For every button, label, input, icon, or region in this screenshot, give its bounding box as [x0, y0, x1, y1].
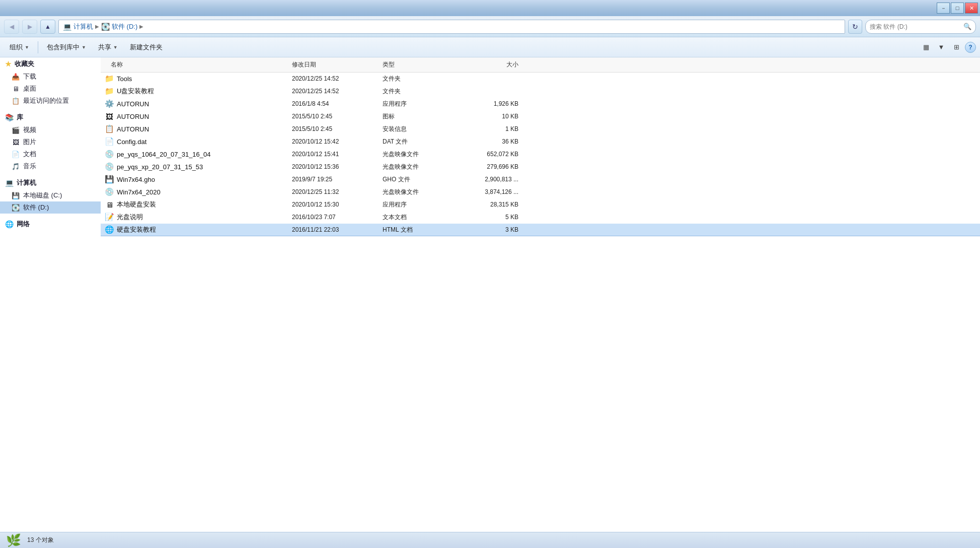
- file-name-text: Win7x64.gho: [117, 176, 155, 183]
- table-row[interactable]: 📁 U盘安装教程 2020/12/25 14:52 文件夹: [101, 85, 980, 98]
- computer-label: 计算机: [17, 178, 36, 187]
- downloads-label: 下载: [23, 72, 36, 81]
- file-type-icon: 📁: [105, 74, 114, 83]
- search-box[interactable]: 🔍: [865, 20, 976, 34]
- file-type-icon: 🌐: [105, 225, 114, 234]
- new-folder-button[interactable]: 新建文件夹: [124, 40, 168, 55]
- music-icon: 🎵: [11, 162, 20, 171]
- up-button[interactable]: ▲: [40, 20, 55, 34]
- toolbar-separator-1: [38, 41, 38, 53]
- sidebar-item-downloads[interactable]: 📥 下载: [0, 71, 101, 83]
- file-type-cell: 应用程序: [383, 100, 463, 108]
- path-drive[interactable]: 软件 (D:): [112, 22, 137, 31]
- file-name-text: pe_yqs_xp_20_07_31_15_53: [117, 163, 203, 171]
- file-name-cell: 💿 pe_yqs_1064_20_07_31_16_04: [101, 150, 292, 159]
- close-button[interactable]: ✕: [965, 3, 978, 14]
- sidebar-item-recent[interactable]: 📋 最近访问的位置: [0, 95, 101, 107]
- file-size-cell: 5 KB: [463, 214, 529, 221]
- view-button[interactable]: ▦: [920, 41, 933, 54]
- file-date-cell: 2020/10/12 15:41: [292, 151, 383, 158]
- help-button[interactable]: ?: [965, 42, 976, 53]
- include-arrow-icon: ▼: [82, 45, 86, 50]
- file-type-icon: 💿: [105, 162, 114, 171]
- file-date-cell: 2015/5/10 2:45: [292, 113, 383, 120]
- address-path[interactable]: 💻 计算机 ▶ 💽 软件 (D:) ▶: [58, 20, 845, 34]
- search-input[interactable]: [870, 23, 961, 30]
- table-row[interactable]: 💾 Win7x64.gho 2019/9/7 19:25 GHO 文件 2,90…: [101, 173, 980, 186]
- file-type-cell: 光盘映像文件: [383, 188, 463, 196]
- file-size-cell: 1 KB: [463, 125, 529, 132]
- table-row[interactable]: 📋 AUTORUN 2015/5/10 2:45 安装信息 1 KB: [101, 123, 980, 135]
- file-type-icon: 📄: [105, 137, 114, 146]
- file-name-cell: 🌐 硬盘安装教程: [101, 225, 292, 234]
- table-row[interactable]: 📁 Tools 2020/12/25 14:52 文件夹: [101, 73, 980, 85]
- table-row[interactable]: 💿 pe_yqs_1064_20_07_31_16_04 2020/10/12 …: [101, 148, 980, 161]
- drive-c-icon: 💾: [11, 191, 20, 200]
- path-computer[interactable]: 计算机: [73, 22, 93, 31]
- table-row[interactable]: ⚙️ AUTORUN 2016/1/8 4:54 应用程序 1,926 KB: [101, 98, 980, 110]
- recent-icon: 📋: [11, 96, 20, 105]
- file-area: 名称 修改日期 类型 大小 📁 Tools 2020/12/25 14:52 文…: [101, 57, 980, 532]
- file-name-text: 本地硬盘安装: [117, 200, 156, 209]
- library-label: 库: [17, 113, 23, 122]
- include-library-button[interactable]: 包含到库中 ▼: [41, 40, 92, 55]
- col-name-header[interactable]: 名称: [101, 60, 292, 69]
- favorites-label: 收藏夹: [15, 59, 34, 68]
- toolbar: 组织 ▼ 包含到库中 ▼ 共享 ▼ 新建文件夹 ▦ ▼ ⊞ ?: [0, 37, 980, 57]
- table-row[interactable]: 📄 Config.dat 2020/10/12 15:42 DAT 文件 36 …: [101, 135, 980, 148]
- file-type-cell: 文本文档: [383, 213, 463, 222]
- table-row[interactable]: 🖥 本地硬盘安装 2020/10/12 15:30 应用程序 28,315 KB: [101, 198, 980, 211]
- file-type-cell: DAT 文件: [383, 138, 463, 146]
- file-size-cell: 3 KB: [463, 226, 529, 233]
- organize-button[interactable]: 组织 ▼: [4, 40, 35, 55]
- share-button[interactable]: 共享 ▼: [93, 40, 123, 55]
- documents-label: 文档: [23, 150, 36, 159]
- forward-button[interactable]: ▶: [22, 20, 37, 34]
- pictures-label: 图片: [23, 138, 36, 147]
- maximize-button[interactable]: □: [951, 3, 964, 14]
- sidebar-library-header: 📚 库: [0, 111, 101, 124]
- table-row[interactable]: 💿 pe_yqs_xp_20_07_31_15_53 2020/10/12 15…: [101, 161, 980, 173]
- minimize-button[interactable]: －: [937, 3, 950, 14]
- file-type-cell: 应用程序: [383, 200, 463, 209]
- table-row[interactable]: 🌐 硬盘安装教程 2016/11/21 22:03 HTML 文档 3 KB: [101, 224, 980, 236]
- file-type-icon: 💾: [105, 175, 114, 184]
- file-type-icon: 📁: [105, 87, 114, 96]
- back-button[interactable]: ◀: [4, 20, 19, 34]
- sidebar-item-desktop[interactable]: 🖥 桌面: [0, 83, 101, 95]
- view-dropdown-button[interactable]: ▼: [935, 41, 948, 54]
- table-row[interactable]: 🖼 AUTORUN 2015/5/10 2:45 图标 10 KB: [101, 110, 980, 123]
- file-name-text: U盘安装教程: [117, 87, 154, 96]
- file-name-cell: 📄 Config.dat: [101, 137, 292, 146]
- col-size-header[interactable]: 大小: [463, 60, 529, 69]
- file-type-cell: 文件夹: [383, 87, 463, 96]
- organize-label: 组织: [10, 43, 23, 52]
- file-size-cell: 28,315 KB: [463, 201, 529, 208]
- file-date-cell: 2015/5/10 2:45: [292, 125, 383, 132]
- file-date-cell: 2020/12/25 14:52: [292, 75, 383, 82]
- file-name-cell: 📝 光盘说明: [101, 213, 292, 222]
- file-name-text: AUTORUN: [117, 125, 149, 133]
- sidebar-item-music[interactable]: 🎵 音乐: [0, 160, 101, 172]
- file-type-cell: HTML 文档: [383, 226, 463, 234]
- file-date-cell: 2016/1/8 4:54: [292, 100, 383, 107]
- file-type-icon: 🖼: [105, 112, 114, 121]
- sidebar-item-video[interactable]: 🎬 视频: [0, 124, 101, 136]
- table-row[interactable]: 📝 光盘说明 2016/10/23 7:07 文本文档 5 KB: [101, 211, 980, 224]
- sidebar-item-pictures[interactable]: 🖼 图片: [0, 136, 101, 148]
- file-name-cell: 🖥 本地硬盘安装: [101, 200, 292, 209]
- video-icon: 🎬: [11, 125, 20, 134]
- col-type-header[interactable]: 类型: [383, 60, 463, 69]
- file-size-cell: 36 KB: [463, 138, 529, 145]
- file-rows-container: 📁 Tools 2020/12/25 14:52 文件夹 📁 U盘安装教程 20…: [101, 73, 980, 236]
- table-row[interactable]: 💿 Win7x64_2020 2020/12/25 11:32 光盘映像文件 3…: [101, 186, 980, 198]
- sidebar-item-drive-d[interactable]: 💽 软件 (D:): [0, 201, 101, 214]
- desktop-label: 桌面: [23, 84, 36, 93]
- sidebar-item-documents[interactable]: 📄 文档: [0, 148, 101, 160]
- refresh-button[interactable]: ↻: [848, 20, 862, 34]
- col-date-header[interactable]: 修改日期: [292, 60, 383, 69]
- sidebar-item-drive-c[interactable]: 💾 本地磁盘 (C:): [0, 189, 101, 201]
- file-type-cell: 文件夹: [383, 75, 463, 83]
- file-size-cell: 3,874,126 ...: [463, 188, 529, 195]
- preview-pane-button[interactable]: ⊞: [950, 41, 963, 54]
